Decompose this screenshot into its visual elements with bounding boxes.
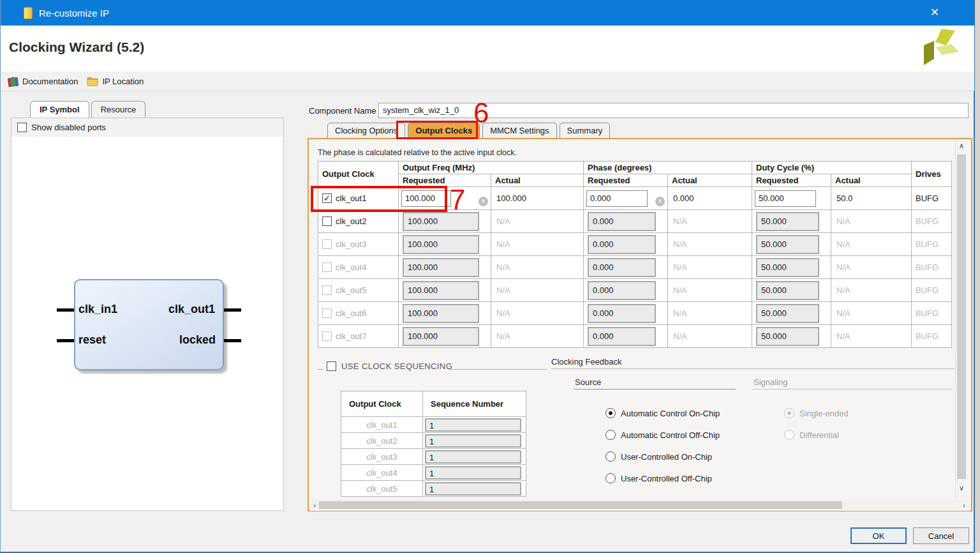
- sequence-number-input: 1: [425, 450, 521, 464]
- vertical-scroll-thumb[interactable]: [957, 155, 966, 479]
- show-disabled-ports-checkbox[interactable]: [17, 123, 27, 132]
- port-label-locked: locked: [179, 333, 216, 347]
- tab-summary[interactable]: Summary: [560, 123, 611, 138]
- output-clock-checkbox[interactable]: ✓: [322, 193, 332, 203]
- tab-mmcm-settings[interactable]: MMCM Settings: [482, 123, 556, 138]
- duty_req-input: 50.000: [756, 235, 819, 254]
- radio-label: Single-ended: [799, 409, 849, 418]
- phase_req-input[interactable]: 0.000: [586, 190, 648, 207]
- ok-button[interactable]: OK: [850, 527, 907, 544]
- show-disabled-ports-row: Show disabled ports: [11, 118, 283, 137]
- radio-user-controlled-on-chip[interactable]: User-Controlled On-Chip: [605, 450, 720, 464]
- radio-user-controlled-off-chip[interactable]: User-Controlled Off-Chip: [605, 471, 720, 485]
- radio-differential: Differential: [784, 428, 849, 442]
- sequence-table: Output Clock Sequence Number clk_out11cl…: [341, 391, 526, 497]
- phase_req-input: 0.000: [588, 258, 656, 277]
- tab-resource[interactable]: Resource: [91, 101, 146, 117]
- ip-location-button[interactable]: IP Location: [87, 77, 144, 86]
- ip-location-label: IP Location: [102, 77, 144, 86]
- sequence-number-input: 1: [425, 418, 521, 432]
- sequence-clock-name: clk_out3: [341, 449, 423, 465]
- output-clock-row: ✓clk_out1100.000×100.0000.000×0.00050.00…: [318, 187, 952, 210]
- ip-symbol-block: [74, 279, 224, 370]
- close-icon[interactable]: ✕: [926, 5, 943, 20]
- output-clock-checkbox[interactable]: [322, 308, 332, 318]
- freq_act-value: N/A: [494, 262, 510, 272]
- use-clock-sequencing-row: USE CLOCK SEQUENCING: [327, 361, 452, 371]
- output-clock-checkbox[interactable]: [322, 331, 332, 341]
- source-label: Source: [575, 377, 601, 387]
- port-stub-reset: [57, 339, 74, 342]
- tab-output-clocks[interactable]: Output Clocks: [408, 123, 480, 138]
- window-icon: [24, 7, 33, 19]
- scroll-up-icon[interactable]: ∧: [956, 142, 967, 150]
- settings-tabs: Clocking OptionsOutput ClocksMMCM Settin…: [327, 123, 612, 138]
- horizontal-scrollbar[interactable]: ‹ ›: [310, 499, 970, 511]
- col-phase-actual: Actual: [668, 174, 752, 187]
- left-panel-tabs: IP SymbolResource: [30, 101, 147, 117]
- radio-single-ended: Single-ended: [784, 406, 849, 420]
- tab-clocking-options[interactable]: Clocking Options: [327, 123, 405, 138]
- output-clock-name: clk_out7: [336, 331, 366, 341]
- documentation-label: Documentation: [22, 77, 78, 86]
- scroll-down-icon[interactable]: ∨: [956, 484, 967, 492]
- drives-value: BUFG: [914, 193, 939, 203]
- use-clock-sequencing-checkbox[interactable]: [327, 361, 336, 371]
- drives-value: BUFG: [914, 308, 939, 318]
- duty_act-value: N/A: [834, 216, 850, 226]
- col-drives: Drives: [912, 162, 952, 187]
- col-freq-requested: Requested: [399, 174, 491, 187]
- phase_act-value: N/A: [671, 308, 687, 318]
- component-name-input[interactable]: system_clk_wiz_1_0: [378, 103, 969, 118]
- duty_req-input[interactable]: 50.000: [755, 190, 816, 207]
- output-clock-checkbox[interactable]: [322, 239, 332, 249]
- phase_req-input: 0.000: [588, 304, 656, 323]
- dialog-header: Clocking Wizard (5.2): [1, 26, 974, 72]
- sequence-clock-name: clk_out2: [341, 433, 423, 449]
- freq_req-input: 100.000: [403, 235, 479, 254]
- radio-automatic-control-on-chip[interactable]: Automatic Control On-Chip: [605, 406, 720, 420]
- duty_act-value: N/A: [834, 331, 850, 341]
- col-duty-cycle: Duty Cycle (%): [752, 162, 912, 174]
- radio-automatic-control-off-chip[interactable]: Automatic Control Off-Chip: [605, 428, 720, 442]
- duty_req-input: 50.000: [756, 281, 819, 300]
- freq_req-input: 100.000: [403, 327, 479, 346]
- output-clock-name: clk_out1: [336, 193, 366, 203]
- clear-icon[interactable]: ×: [655, 197, 665, 206]
- col-phase: Phase (degrees): [584, 162, 752, 174]
- component-name-label: Component Name: [309, 106, 376, 116]
- vertical-scrollbar[interactable]: ∧ ∨: [955, 139, 967, 498]
- output-clock-checkbox[interactable]: [322, 262, 332, 272]
- clear-icon[interactable]: ×: [479, 197, 488, 206]
- horizontal-scroll-thumb[interactable]: [319, 501, 842, 509]
- col-output-clock: Output Clock: [318, 162, 399, 187]
- phase_act-value: N/A: [671, 285, 687, 295]
- output-clock-name: clk_out4: [336, 262, 366, 272]
- cancel-button[interactable]: Cancel: [913, 527, 969, 544]
- port-label-clk-out1: clk_out1: [168, 303, 215, 316]
- duty_act-value: N/A: [834, 262, 850, 272]
- output-clock-row: clk_out3100.000N/A0.000N/A50.000N/ABUFG: [318, 233, 952, 256]
- seq-col-sequence-number: Sequence Number: [423, 391, 526, 417]
- duty_act-value: N/A: [834, 308, 850, 318]
- phase_req-input: 0.000: [588, 281, 656, 300]
- sequence-row: clk_out41: [341, 465, 526, 481]
- scroll-right-icon[interactable]: ›: [958, 501, 970, 509]
- documentation-button[interactable]: Documentation: [8, 76, 78, 87]
- freq_req-input[interactable]: 100.000: [401, 190, 451, 207]
- output-clock-checkbox[interactable]: [322, 285, 332, 295]
- output-clock-checkbox[interactable]: [322, 216, 332, 226]
- output-clock-row: clk_out6100.000N/A0.000N/A50.000N/ABUFG: [318, 302, 952, 325]
- phase-note: The phase is calculated relative to the …: [318, 148, 517, 157]
- sequence-row: clk_out31: [341, 449, 526, 465]
- radio-icon: [784, 408, 794, 418]
- col-phase-requested: Requested: [584, 174, 668, 187]
- sequence-row: clk_out21: [341, 433, 526, 449]
- freq_req-input: 100.000: [403, 281, 479, 300]
- port-label-clk-in1: clk_in1: [78, 303, 117, 316]
- output-clock-row: clk_out5100.000N/A0.000N/A50.000N/ABUFG: [318, 279, 952, 302]
- col-freq-actual: Actual: [491, 174, 584, 187]
- port-stub-clk-in1: [57, 308, 74, 312]
- tab-ip-symbol[interactable]: IP Symbol: [30, 101, 89, 117]
- phase_act-value: N/A: [671, 239, 687, 249]
